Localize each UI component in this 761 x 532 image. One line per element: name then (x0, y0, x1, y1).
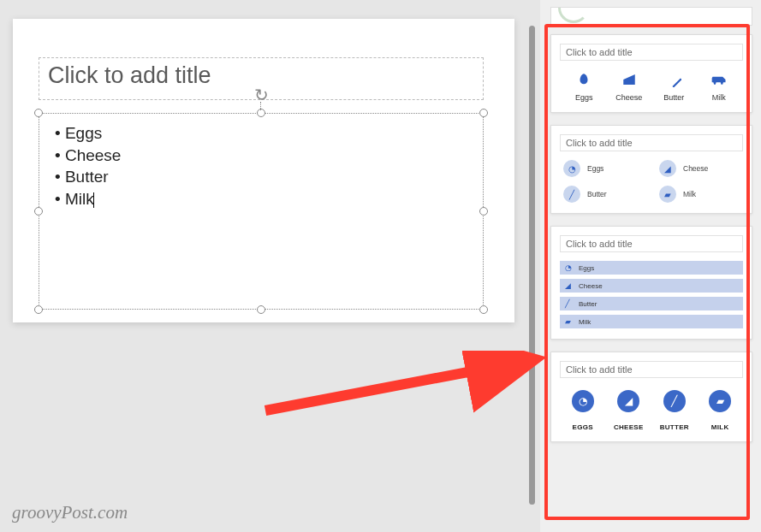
egg-icon: ◔ (565, 263, 574, 272)
swirl-decor-icon (558, 7, 589, 23)
design-idea-card[interactable]: Click to add title ◔ EGGS ◢ CHEESE ╱ BUT… (550, 352, 752, 442)
idea-item-label: Butter (587, 190, 607, 198)
design-idea-card[interactable]: Click to add title ◔Eggs ◢Cheese ╱Butter… (550, 226, 752, 340)
resize-handle-tr[interactable] (479, 109, 488, 117)
bullet-text: Milk (65, 190, 94, 208)
idea-icon-row: Eggs Cheese Butter Milk (560, 69, 743, 102)
idea-item: Milk (700, 71, 738, 102)
egg-icon (576, 71, 592, 88)
bullet-item[interactable]: Eggs (55, 122, 467, 145)
slide-content-placeholder[interactable]: Eggs Cheese Butter Milk ↻ (39, 113, 484, 310)
cow-icon: ▰ (659, 186, 676, 203)
resize-handle-br[interactable] (479, 305, 488, 314)
bullet-item[interactable]: Cheese (55, 145, 467, 167)
idea-item: ◔Eggs (560, 261, 743, 275)
butter-icon: ╱ (563, 186, 580, 203)
egg-icon: ◔ (572, 390, 594, 412)
cheese-icon (621, 71, 637, 88)
slide-canvas[interactable]: Click to add title Eggs Cheese Butter Mi… (0, 0, 529, 532)
idea-item: ◢ CHEESE (609, 390, 647, 431)
idea-title-placeholder: Click to add title (560, 361, 743, 378)
cheese-icon: ◢ (565, 281, 574, 290)
resize-handle-mr[interactable] (479, 207, 488, 216)
idea-item-label: Milk (712, 93, 726, 102)
idea-item: ◔ Eggs (563, 160, 644, 177)
idea-item-label: CHEESE (614, 423, 644, 431)
design-idea-card[interactable]: Click to add title ◔ Eggs ◢ Cheese ╱ But… (550, 125, 752, 214)
idea-item-label: MILK (711, 423, 729, 431)
idea-item: Eggs (565, 71, 603, 102)
resize-handle-tl[interactable] (34, 109, 43, 117)
idea-item-label: Butter (579, 300, 597, 308)
vertical-scrollbar[interactable] (529, 26, 535, 505)
design-ideas-panel[interactable]: Click to add title Eggs Cheese Butter (540, 0, 761, 532)
idea-item: ╱ Butter (563, 186, 644, 203)
idea-item-label: Eggs (575, 93, 593, 102)
egg-icon: ◔ (563, 160, 580, 177)
idea-item: ◔ EGGS (564, 390, 602, 431)
design-idea-card[interactable]: Click to add title Eggs Cheese Butter (550, 34, 752, 113)
cheese-icon: ◢ (617, 390, 639, 412)
idea-item-label: Eggs (579, 264, 594, 272)
idea-bars: ◔Eggs ◢Cheese ╱Butter ▰Milk (560, 261, 743, 328)
idea-item-label: Eggs (587, 164, 603, 173)
idea-title-placeholder: Click to add title (560, 134, 743, 151)
text-cursor (93, 192, 94, 208)
design-idea-card-partial[interactable] (550, 7, 752, 26)
cow-icon: ▰ (565, 317, 574, 326)
idea-title-placeholder: Click to add title (560, 44, 743, 61)
idea-item-label: EGGS (573, 423, 593, 431)
idea-grid: ◔ Eggs ◢ Cheese ╱ Butter ▰ Milk (560, 160, 743, 203)
idea-item-label: Cheese (615, 93, 642, 102)
idea-item-label: BUTTER (660, 423, 689, 431)
idea-item: ▰Milk (560, 315, 743, 328)
idea-item: ◢Cheese (560, 279, 743, 293)
idea-item: ▰ MILK (701, 390, 739, 431)
idea-item: ◢ Cheese (659, 160, 740, 177)
idea-item-label: Milk (683, 190, 696, 198)
cow-icon: ▰ (709, 390, 731, 412)
idea-item: ╱ BUTTER (656, 390, 693, 431)
idea-item: ▰ Milk (659, 186, 740, 203)
svg-rect-0 (673, 78, 682, 87)
idea-item: Cheese (610, 71, 648, 102)
watermark-text: groovyPost.com (12, 502, 128, 523)
idea-item: ╱Butter (560, 297, 743, 310)
resize-handle-bl[interactable] (34, 305, 43, 314)
butter-icon: ╱ (565, 299, 574, 308)
idea-item-label: Cheese (683, 164, 708, 173)
idea-item-label: Milk (579, 318, 591, 326)
cheese-icon: ◢ (659, 160, 676, 177)
resize-handle-tm[interactable] (257, 109, 265, 117)
resize-handle-bm[interactable] (257, 305, 265, 314)
idea-item-label: Cheese (579, 282, 603, 290)
resize-handle-ml[interactable] (34, 207, 43, 216)
bullet-item[interactable]: Butter (55, 166, 467, 188)
bullet-item[interactable]: Milk (55, 188, 467, 210)
idea-icon-row: ◔ EGGS ◢ CHEESE ╱ BUTTER ▰ MILK (560, 387, 743, 431)
idea-item: Butter (655, 71, 693, 102)
rotate-handle-icon[interactable]: ↻ (251, 85, 271, 105)
butter-icon (666, 71, 681, 88)
slide[interactable]: Click to add title Eggs Cheese Butter Mi… (13, 19, 514, 322)
cow-icon (710, 71, 728, 88)
idea-title-placeholder: Click to add title (560, 235, 743, 252)
idea-item-label: Butter (663, 93, 684, 102)
butter-icon: ╱ (663, 390, 686, 412)
